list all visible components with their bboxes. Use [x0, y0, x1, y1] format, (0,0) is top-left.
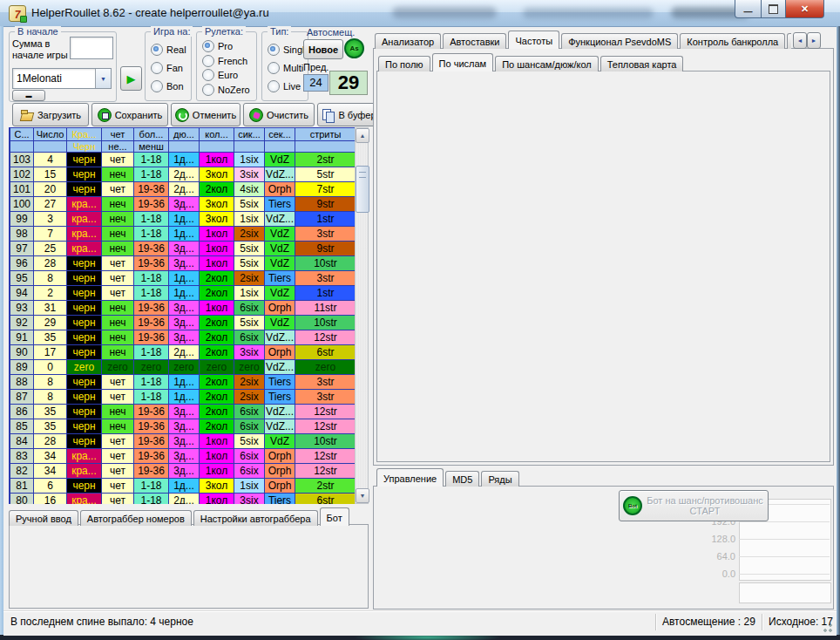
- new-button[interactable]: Новое: [303, 39, 343, 59]
- radio-option-multi[interactable]: Multi: [268, 62, 308, 74]
- spin-table-scrollbar[interactable]: ▲ ▼: [355, 127, 369, 504]
- spin-number-cell: 3: [34, 212, 67, 227]
- radio-option-bon[interactable]: Bon: [151, 80, 191, 92]
- radio-circle-icon[interactable]: [268, 44, 280, 56]
- tab-main-4[interactable]: Функционал PsevdoMS: [561, 33, 678, 49]
- spin-attr-cell: черн: [67, 434, 102, 449]
- spins-column-header[interactable]: кол...: [200, 128, 234, 141]
- spin-attr-cell: 1кол: [200, 434, 234, 449]
- tab-main-1[interactable]: Анализатор: [375, 33, 441, 49]
- radio-option-fan[interactable]: Fan: [151, 62, 191, 74]
- spin-attr-cell: 2д...: [169, 167, 200, 182]
- tab-input-1[interactable]: Ручной ввод: [9, 510, 78, 526]
- spin-attr-cell: 2д...: [169, 494, 200, 505]
- spin-attr-cell: черн: [67, 153, 102, 167]
- close-button[interactable]: ✕: [785, 0, 824, 18]
- titlebar[interactable]: 7 HelperRoullet 8.62 - create helperroul…: [0, 0, 840, 27]
- tab-input-3[interactable]: Настройки автограббера: [193, 510, 318, 526]
- spin-row: 8635черннеч19-363д...2кол6sixVdZ...12str: [10, 405, 356, 419]
- tab-main-5[interactable]: Контроль банкролла: [680, 33, 785, 49]
- spins-column-header[interactable]: [295, 141, 356, 153]
- spins-column-header[interactable]: не...: [102, 141, 134, 153]
- radio-option-live[interactable]: Live: [268, 80, 308, 92]
- radio-option-french[interactable]: French: [202, 55, 256, 67]
- radio-circle-icon[interactable]: [202, 69, 214, 81]
- tab-freq-3[interactable]: По шансам/дюж/кол: [495, 56, 599, 71]
- load-button[interactable]: Загрузить: [12, 103, 89, 126]
- radio-option-singl[interactable]: Singl: [268, 44, 308, 56]
- spin-attr-cell: чет: [102, 464, 134, 479]
- spins-column-header[interactable]: менш: [134, 141, 169, 153]
- tab-freq-4[interactable]: Тепловая карта: [600, 56, 684, 71]
- tab-control-2[interactable]: MD5: [445, 471, 479, 487]
- spins-column-header[interactable]: [234, 141, 265, 153]
- spins-column-header[interactable]: [200, 141, 234, 153]
- maximize-button[interactable]: [762, 0, 785, 18]
- preset-select[interactable]: 1Melonati ▼: [12, 68, 112, 89]
- spins-column-header[interactable]: [265, 141, 295, 153]
- spins-column-header[interactable]: Число: [34, 128, 67, 141]
- start-sum-input[interactable]: [70, 37, 113, 59]
- radio-circle-icon[interactable]: [268, 80, 280, 92]
- radio-circle-icon[interactable]: [151, 62, 163, 74]
- spins-column-header[interactable]: дю...: [169, 128, 200, 141]
- radio-circle-icon[interactable]: [151, 44, 163, 56]
- combo-arrow-icon[interactable]: ▼: [95, 69, 111, 88]
- radio-option-nozero[interactable]: NoZero: [202, 84, 256, 96]
- radio-option-euro[interactable]: Euro: [202, 69, 256, 81]
- scroll-down-button[interactable]: ▼: [356, 488, 369, 503]
- chance-bot-start-button[interactable]: Bot Бот на шанс/противошанс СТАРТ: [619, 490, 769, 521]
- spin-attr-cell: неч: [102, 227, 134, 242]
- spins-column-header[interactable]: Черн: [67, 141, 102, 153]
- scroll-up-button[interactable]: ▲: [356, 128, 369, 143]
- spin-attr-cell: 19-36: [134, 434, 169, 449]
- radio-option-real[interactable]: Real: [151, 44, 191, 56]
- radio-circle-icon[interactable]: [202, 84, 214, 96]
- spins-column-header[interactable]: [169, 141, 200, 153]
- tab-main-6[interactable]: Колесо: [787, 33, 791, 49]
- tab-control-3[interactable]: Ряды: [481, 471, 518, 487]
- tab-input-2[interactable]: Автограббер номеров: [80, 510, 192, 526]
- spins-column-header[interactable]: стриты: [295, 128, 356, 141]
- tab-main-3[interactable]: Частоты: [508, 31, 559, 49]
- spin-attr-cell: VdZ: [265, 227, 295, 242]
- radio-option-pro[interactable]: Pro: [202, 40, 256, 52]
- spin-attr-cell: чет: [102, 271, 134, 286]
- tab-input-4[interactable]: Бот: [320, 507, 349, 526]
- radio-circle-icon[interactable]: [151, 80, 163, 92]
- play-button[interactable]: ▶: [120, 66, 142, 91]
- spin-row: 888чернчет1-181д...2кол2sixTiers3str: [10, 375, 356, 390]
- autoshift-toggle-button[interactable]: As: [344, 38, 364, 58]
- tab-scroll-right-button[interactable]: ►: [807, 32, 821, 49]
- spin-attr-cell: 2кол: [200, 316, 234, 330]
- undo-button[interactable]: Отменить: [171, 103, 240, 126]
- spin-number-cell: 31: [34, 301, 67, 316]
- spins-column-header[interactable]: сик...: [234, 128, 265, 141]
- tab-scroll-left-button[interactable]: ◄: [793, 32, 807, 49]
- tab-control-1[interactable]: Управление: [376, 468, 444, 487]
- radio-circle-icon[interactable]: [202, 40, 214, 52]
- spins-column-header[interactable]: С...: [10, 128, 34, 141]
- tab-freq-1[interactable]: По полю: [378, 56, 430, 71]
- scrollbar-thumb[interactable]: [356, 166, 369, 213]
- spin-attr-cell: 1-18: [134, 494, 169, 505]
- minimize-button[interactable]: —: [735, 0, 762, 18]
- spins-column-header[interactable]: Кра...: [67, 128, 102, 141]
- dash-button[interactable]: ▬: [12, 90, 45, 101]
- spin-attr-cell: черн: [67, 390, 102, 405]
- clear-button[interactable]: Очистить: [243, 103, 315, 126]
- spin-attr-cell: VdZ: [265, 153, 295, 167]
- spins-column-header[interactable]: бол...: [134, 128, 169, 141]
- copy-to-clipboard-button[interactable]: В буфер: [317, 103, 380, 126]
- spins-column-header[interactable]: чет: [102, 128, 134, 141]
- spin-attr-cell: 9str: [295, 197, 356, 212]
- spins-column-header[interactable]: сек...: [265, 128, 295, 141]
- tab-freq-2[interactable]: По числам: [432, 53, 494, 71]
- spins-column-header[interactable]: [34, 141, 67, 153]
- spins-column-header[interactable]: [10, 141, 34, 153]
- radio-circle-icon[interactable]: [202, 55, 214, 67]
- radio-circle-icon[interactable]: [268, 62, 280, 74]
- save-button[interactable]: Сохранить: [91, 103, 168, 126]
- tab-main-2[interactable]: Автоставки: [443, 33, 506, 49]
- spin-attr-cell: чет: [102, 479, 134, 494]
